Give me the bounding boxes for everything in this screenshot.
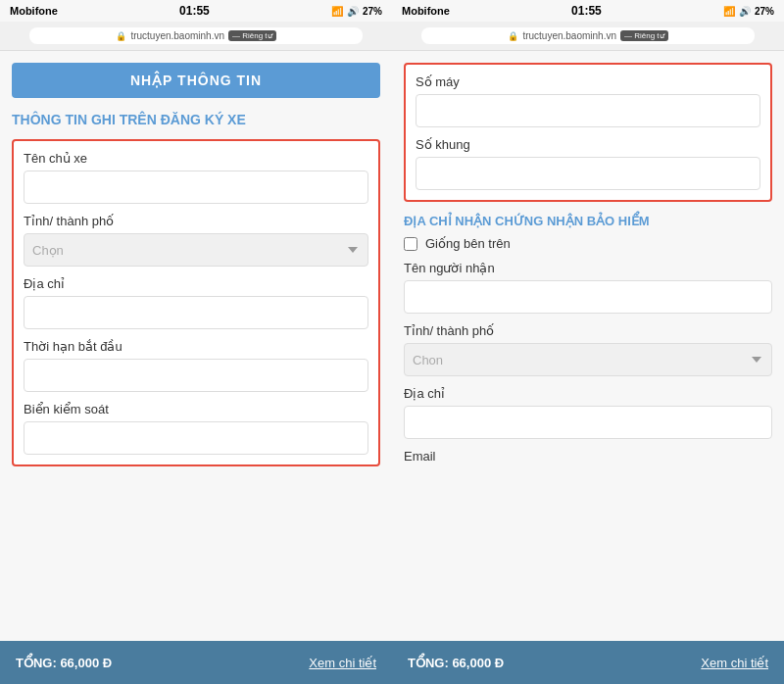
status-bar-left: Mobifone 01:55 📶 🔊 27% bbox=[0, 0, 392, 22]
time-right: 01:55 bbox=[571, 4, 602, 18]
input-bien-ks[interactable] bbox=[24, 421, 368, 455]
form-group-ten-chu-xe: Tên chủ xe bbox=[24, 151, 368, 204]
label-ten-nguoi-nhan: Tên người nhận bbox=[404, 261, 772, 275]
section-title-right: ĐỊA CHỈ NHẬN CHỨNG NHẬN BẢO HIỂM bbox=[404, 214, 772, 228]
right-page-content: Số máy Số khung ĐỊA CHỈ NHẬN CHỨNG NHẬN … bbox=[392, 51, 784, 641]
label-tinh-tp-right: Tỉnh/ thành phố bbox=[404, 323, 772, 338]
form-group-thoi-han: Thời hạn bắt đầu bbox=[24, 339, 368, 392]
input-dia-chi[interactable] bbox=[24, 296, 368, 329]
checkbox-same-address[interactable] bbox=[404, 237, 417, 251]
url-bar-left: 🔒 tructuyen.baominh.vn — Riêng tư bbox=[29, 27, 363, 44]
select-tinh-tp-right[interactable]: Chon bbox=[404, 343, 772, 376]
form-group-tinh-tp-right: Tỉnh/ thành phố Chon bbox=[404, 323, 772, 376]
form-group-dia-chi: Địa chỉ bbox=[24, 276, 368, 329]
label-bien-ks: Biển kiểm soát bbox=[24, 402, 368, 416]
section-title-left: THÔNG TIN GHI TRÊN ĐĂNG KÝ XE bbox=[12, 112, 380, 127]
form-group-dia-chi-right: Địa chỉ bbox=[404, 386, 772, 439]
form-group-bien-ks: Biển kiểm soát bbox=[24, 402, 368, 455]
total-label-left: TỔNG: 66,000 Đ bbox=[16, 656, 112, 670]
checkbox-row-same: Giống bên trên bbox=[404, 236, 772, 251]
right-panel: Mobifone 01:55 📶 🔊 27% 🔒 tructuyen.baomi… bbox=[392, 0, 784, 684]
label-so-khung: Số khung bbox=[416, 137, 760, 152]
browser-bar-left: 🔒 tructuyen.baominh.vn — Riêng tư bbox=[0, 22, 392, 51]
main-form-section: Tên chủ xe Tỉnh/ thành phố Chọn Địa chỉ … bbox=[12, 139, 380, 466]
url-text-right: tructuyen.baominh.vn bbox=[522, 30, 616, 41]
detail-link-right[interactable]: Xem chi tiết bbox=[701, 656, 768, 670]
left-page-content: NHẬP THÔNG TIN THÔNG TIN GHI TRÊN ĐĂNG K… bbox=[0, 51, 392, 641]
bottom-bar-left: TỔNG: 66,000 Đ Xem chi tiết bbox=[0, 641, 392, 684]
carrier-left: Mobifone bbox=[10, 5, 58, 17]
status-bar-right: Mobifone 01:55 📶 🔊 27% bbox=[392, 0, 784, 22]
select-tinh-tp[interactable]: Chọn bbox=[24, 233, 368, 267]
input-so-may[interactable] bbox=[416, 94, 760, 127]
right-icons-right: 📶 🔊 27% bbox=[723, 6, 774, 17]
lock-icon-right: 🔒 bbox=[508, 31, 518, 41]
url-text-left: tructuyen.baominh.vn bbox=[130, 30, 224, 41]
signal-icon-right: 📶 bbox=[723, 6, 735, 17]
form-group-email: Email bbox=[404, 449, 772, 464]
carrier-right: Mobifone bbox=[402, 5, 450, 17]
private-badge-right: — Riêng tư bbox=[620, 30, 668, 41]
private-badge-left: — Riêng tư bbox=[228, 30, 276, 41]
label-ten-chu-xe: Tên chủ xe bbox=[24, 151, 368, 166]
form-group-so-may: Số máy bbox=[416, 74, 760, 127]
form-group-tinh-tp: Tỉnh/ thành phố Chọn bbox=[24, 214, 368, 267]
input-thoi-han[interactable] bbox=[24, 359, 368, 392]
time-left: 01:55 bbox=[179, 4, 210, 18]
left-panel: Mobifone 01:55 📶 🔊 27% 🔒 tructuyen.baomi… bbox=[0, 0, 392, 684]
bottom-bar-right: TỔNG: 66,000 Đ Xem chi tiết bbox=[392, 641, 784, 684]
checkbox-label: Giống bên trên bbox=[425, 236, 511, 251]
total-label-right: TỔNG: 66,000 Đ bbox=[408, 656, 504, 670]
signal-icon: 📶 bbox=[331, 6, 343, 17]
detail-link-left[interactable]: Xem chi tiết bbox=[309, 656, 376, 670]
url-bar-right: 🔒 tructuyen.baominh.vn — Riêng tư bbox=[421, 27, 755, 44]
input-dia-chi-right[interactable] bbox=[404, 406, 772, 439]
header-button[interactable]: NHẬP THÔNG TIN bbox=[12, 63, 380, 98]
battery-right: 27% bbox=[755, 6, 774, 17]
lock-icon-left: 🔒 bbox=[116, 31, 126, 41]
wifi-icon-right: 🔊 bbox=[739, 6, 751, 17]
input-so-khung[interactable] bbox=[416, 157, 760, 190]
label-tinh-tp: Tỉnh/ thành phố bbox=[24, 214, 368, 228]
battery-left: 27% bbox=[363, 6, 382, 17]
input-ten-chu-xe[interactable] bbox=[24, 171, 368, 204]
wifi-icon: 🔊 bbox=[347, 6, 359, 17]
top-form-section-right: Số máy Số khung bbox=[404, 63, 772, 202]
label-email: Email bbox=[404, 449, 772, 464]
browser-bar-right: 🔒 tructuyen.baominh.vn — Riêng tư bbox=[392, 22, 784, 51]
label-thoi-han: Thời hạn bắt đầu bbox=[24, 339, 368, 354]
label-dia-chi-right: Địa chỉ bbox=[404, 386, 772, 401]
form-group-ten-nguoi-nhan: Tên người nhận bbox=[404, 261, 772, 314]
input-ten-nguoi-nhan[interactable] bbox=[404, 280, 772, 314]
label-so-may: Số máy bbox=[416, 74, 760, 89]
right-icons-left: 📶 🔊 27% bbox=[331, 6, 382, 17]
form-group-so-khung: Số khung bbox=[416, 137, 760, 190]
label-dia-chi: Địa chỉ bbox=[24, 276, 368, 291]
